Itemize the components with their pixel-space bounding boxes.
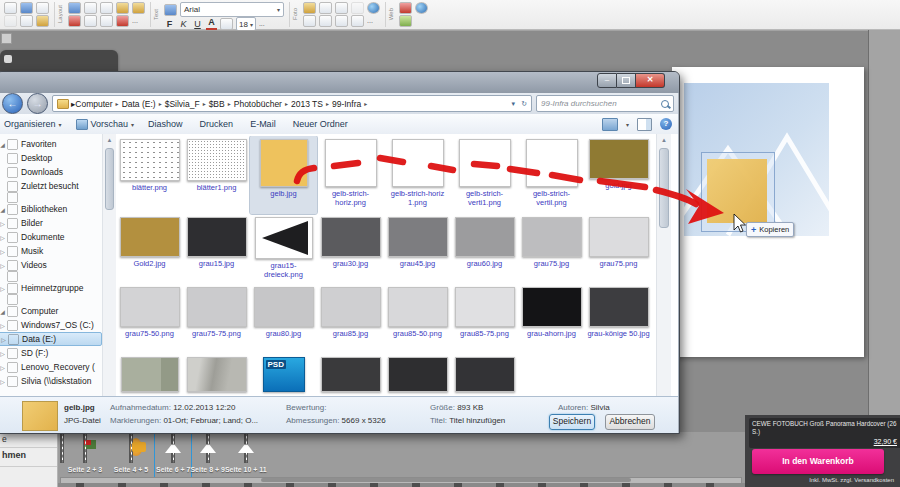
nav-tree-item[interactable]: ▷ Windows7_OS (C:) — [0, 318, 102, 332]
file-thumbnail[interactable] — [589, 139, 649, 179]
nav-tree-item[interactable] — [0, 295, 102, 304]
breadcrumb-segment[interactable]: Computer ▸ — [75, 99, 121, 109]
font-size-select[interactable]: 18 ▾ — [236, 17, 256, 31]
preview-pane-icon[interactable] — [637, 118, 652, 131]
adjust-icon[interactable] — [303, 15, 316, 27]
command-bar-item[interactable]: E-Mail — [250, 119, 279, 129]
file-item[interactable]: blätter.png — [116, 136, 183, 214]
page-thumbnail[interactable] — [131, 433, 133, 463]
tags-value[interactable]: 01-Ort; Februar; Land; O... — [163, 416, 258, 425]
views-dropdown-icon[interactable]: ▾ — [626, 121, 629, 128]
nav-tree-item[interactable]: ▷ Lenovo_Recovery ( — [0, 360, 102, 374]
page-duplicate-icon[interactable] — [132, 2, 145, 14]
page-back-icon[interactable] — [100, 15, 113, 27]
address-dropdown-icon[interactable]: ▾ — [510, 100, 518, 108]
file-item[interactable]: gold.jpg — [585, 136, 652, 214]
file-thumbnail[interactable] — [255, 217, 313, 259]
page-thumbnail[interactable] — [173, 433, 175, 463]
file-thumbnail[interactable] — [121, 357, 179, 392]
command-bar-item[interactable]: Vorschau ▾ — [76, 119, 135, 130]
file-item[interactable]: gelb.jpg — [250, 136, 317, 214]
back-button[interactable]: ← — [2, 93, 23, 114]
nav-tree-item[interactable]: Downloads — [0, 165, 102, 179]
underline-button[interactable]: U — [192, 19, 203, 30]
file-item[interactable]: grau60.jpg — [451, 214, 518, 284]
rotate-icon[interactable] — [84, 15, 97, 27]
nav-tree-item[interactable]: ▷ Dokumente — [0, 230, 102, 244]
minimize-button[interactable]: – — [597, 73, 617, 88]
nav-tree-item[interactable]: ▷ Heimnetzgruppe — [0, 281, 102, 295]
file-item[interactable]: PSD — [250, 354, 317, 394]
page-spread[interactable]: Seite 4 + 5 — [106, 433, 156, 477]
file-thumbnail[interactable] — [526, 139, 578, 187]
file-item[interactable] — [183, 354, 250, 394]
breadcrumb-segment[interactable]: Photobücher ▸ — [234, 99, 291, 109]
file-thumbnail[interactable] — [321, 217, 381, 257]
search-input[interactable]: 99-Infra durchsuchen — [536, 95, 674, 112]
file-thumbnail[interactable] — [388, 357, 448, 392]
page-thumbnail[interactable] — [208, 433, 210, 463]
page-spread[interactable]: Seite 6 + 7 — [156, 433, 190, 477]
breadcrumb-segment[interactable]: 2013 TS ▸ — [291, 99, 332, 109]
nav-tree-item[interactable]: Zuletzt besucht — [0, 179, 102, 193]
expander-icon[interactable]: ◢ — [0, 206, 7, 213]
file-item[interactable]: grau75.png — [585, 214, 652, 284]
file-thumbnail[interactable] — [455, 357, 515, 392]
file-item[interactable]: grau-könige 50.jpg — [585, 284, 652, 354]
help-icon[interactable]: ? — [660, 118, 672, 130]
file-thumbnail[interactable] — [522, 217, 582, 257]
sidebar-scrollbar-thumb[interactable] — [105, 148, 114, 210]
file-thumbnail[interactable] — [187, 357, 247, 392]
file-thumbnail[interactable] — [187, 287, 247, 327]
file-item[interactable] — [384, 354, 451, 394]
magnet-icon[interactable] — [68, 15, 81, 27]
file-thumbnail[interactable]: PSD — [263, 357, 305, 392]
breadcrumb-segment[interactable]: $BB ▸ — [209, 99, 234, 109]
add-to-cart-button[interactable]: In den Warenkorb — [752, 449, 884, 474]
rotate-page-left-icon[interactable] — [84, 2, 97, 14]
nav-tree-item[interactable]: ▷ Musik — [0, 244, 102, 258]
web-globe-icon[interactable] — [415, 2, 428, 14]
page-spread[interactable]: Seite 10 + 11 — [225, 433, 267, 477]
file-item[interactable]: grau75.jpg — [518, 214, 585, 284]
file-thumbnail[interactable] — [187, 139, 247, 181]
breadcrumb[interactable]: ▸ Computer ▸ Data (E:) ▸ $Silvia_F ▸ — [52, 95, 532, 112]
breadcrumb-segment[interactable]: $Silvia_F ▸ — [165, 99, 209, 109]
layout-more-icon[interactable]: ... — [132, 16, 138, 26]
file-item[interactable]: gelb-strich-vertil.png — [518, 136, 585, 214]
file-thumbnail[interactable] — [589, 217, 649, 257]
title-value[interactable]: Titel hinzufügen — [449, 416, 505, 425]
file-item[interactable] — [317, 354, 384, 394]
file-thumbnail[interactable] — [321, 287, 381, 327]
photo-rotate-icon[interactable] — [319, 15, 332, 27]
refresh-icon[interactable]: ↻ — [519, 100, 529, 108]
command-bar-item[interactable]: Drucken — [200, 119, 237, 129]
expander-icon[interactable]: ▷ — [0, 220, 7, 227]
command-bar-item[interactable]: Neuer Ordner — [293, 119, 351, 129]
nav-tree-item[interactable]: ◢ Computer — [0, 304, 102, 318]
file-thumbnail[interactable] — [120, 139, 180, 181]
file-thumbnail[interactable] — [522, 287, 582, 327]
file-thumbnail[interactable] — [388, 287, 448, 327]
views-icon[interactable] — [602, 118, 618, 131]
nav-tree-item[interactable]: ◢ Bibliotheken — [0, 202, 102, 216]
page-thumbnail[interactable] — [246, 433, 248, 463]
files-scrollbar[interactable]: ▲ — [656, 134, 671, 430]
page-thumbnail[interactable] — [62, 433, 64, 463]
text-more-icon[interactable]: ... — [259, 19, 265, 29]
nav-tree-item[interactable]: ▷ Silvia (\\diskstation — [0, 374, 102, 388]
strip-scrollbar-thumb[interactable] — [261, 478, 631, 482]
file-item[interactable]: grau30.jpg — [317, 214, 384, 284]
file-item[interactable]: grau85.jpg — [317, 284, 384, 354]
file-item[interactable]: grau85-50.png — [384, 284, 451, 354]
page-thumbnail[interactable] — [85, 433, 87, 463]
file-item[interactable]: grau15.jpg — [183, 214, 250, 284]
nav-tree-item[interactable] — [0, 272, 102, 281]
scroll-up-icon[interactable]: ▲ — [103, 134, 116, 146]
files-scrollbar-thumb[interactable] — [659, 148, 669, 228]
grid-icon[interactable] — [68, 2, 81, 14]
textbox-icon[interactable] — [164, 4, 177, 16]
nav-tree-item[interactable]: ▷ Data (E:) — [0, 332, 102, 346]
collapsed-tool-icon[interactable] — [1, 33, 12, 44]
expander-icon[interactable]: ▷ — [0, 285, 7, 292]
